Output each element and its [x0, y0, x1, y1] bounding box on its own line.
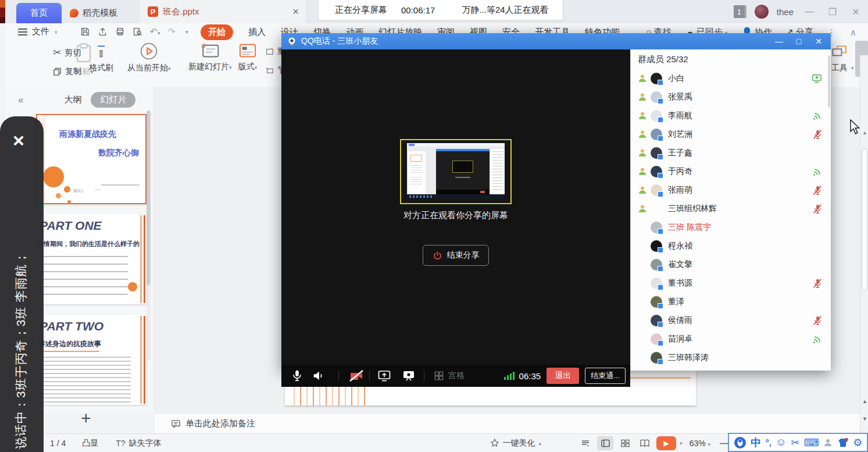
zoom-out-icon[interactable]: — — [720, 439, 728, 448]
main-scrollbar-thumb[interactable] — [862, 148, 867, 291]
tab-close-icon[interactable]: × — [292, 5, 299, 18]
layout-button[interactable]: 版式▾ — [238, 42, 258, 72]
cut-button[interactable]: ✂剪切 — [53, 47, 81, 59]
member-speaking-icon — [812, 166, 823, 177]
share-screen-icon[interactable] — [377, 369, 391, 383]
account-icon[interactable] — [823, 438, 833, 447]
grid-view-label[interactable]: 宫格 — [448, 371, 465, 381]
member-row[interactable]: 王子鑫 — [631, 144, 831, 162]
window-count-badge[interactable]: 1 — [734, 5, 746, 18]
slide-thumbnail-1[interactable]: 雨涤新夏战疫先 数院齐心御 题层云 —— — [36, 114, 147, 204]
scroll-up-icon[interactable]: ▲ — [862, 130, 867, 136]
end-share-button[interactable]: 结束分享 — [423, 245, 489, 266]
tab-outline[interactable]: 大纲 — [64, 94, 81, 105]
member-row[interactable]: 三班组织林辉 — [631, 200, 831, 218]
export-icon[interactable] — [98, 27, 108, 37]
save-icon[interactable] — [80, 27, 90, 37]
collapse-ribbon-icon[interactable]: ∧ — [850, 27, 856, 38]
ribbon-tab-2[interactable]: 插入 — [248, 27, 266, 38]
toolbar-more-icon[interactable]: ▾ — [185, 29, 188, 35]
in-call-person-icon — [638, 204, 651, 213]
qq-minimize-icon[interactable]: — — [770, 37, 788, 46]
qq-maximize-icon[interactable]: □ — [790, 37, 808, 46]
member-row[interactable]: 三班 陈震宇 — [631, 218, 831, 237]
view-notes-icon[interactable] — [577, 436, 594, 450]
speaker-icon[interactable] — [312, 369, 324, 382]
close-icon[interactable]: ✕ — [848, 6, 863, 17]
settings-icon[interactable]: ⚙ — [853, 436, 862, 449]
qq-ime-logo-icon[interactable] — [734, 436, 746, 449]
emoji-icon[interactable]: ☺ — [776, 436, 786, 449]
punctuation-icon[interactable]: °, — [766, 437, 771, 447]
menu-icon[interactable] — [18, 29, 27, 35]
chevron-down-icon[interactable]: ∨ — [54, 29, 58, 35]
beautify-icon — [490, 439, 499, 448]
missing-font-warning[interactable]: 缺失字体 — [129, 438, 162, 449]
user-avatar[interactable] — [755, 5, 769, 19]
microphone-icon[interactable] — [291, 369, 303, 383]
slide-thumbnail-2[interactable]: PART ONE 疫情期间，我们的生活是什么样子的 — [36, 214, 147, 304]
minimize-icon[interactable]: — — [802, 6, 817, 17]
member-row[interactable]: 张雨萌 — [631, 181, 831, 200]
member-row[interactable]: 三班韩泽涛 — [631, 348, 831, 367]
close-speaking-bar-icon[interactable]: × — [13, 130, 24, 150]
tab-slides[interactable]: 幻灯片 — [91, 92, 135, 108]
member-row[interactable]: 于丙奇 — [631, 162, 831, 181]
qq-title-bar[interactable]: QQ电话 - 三班小朋友 — □ ✕ — [281, 33, 831, 49]
play-options-icon[interactable]: ▾ — [680, 440, 683, 446]
tools-button[interactable]: 工具▾ — [831, 63, 854, 73]
member-row[interactable]: 苗润卓 — [631, 330, 831, 348]
view-reading-icon[interactable] — [637, 436, 653, 450]
member-row[interactable]: 董泽 — [631, 293, 831, 311]
slideshow-play-button[interactable]: ▶ — [656, 436, 676, 450]
print-icon[interactable] — [115, 27, 125, 37]
collapse-panel-icon[interactable]: « — [18, 94, 23, 106]
member-row[interactable]: 张景禹 — [631, 88, 831, 106]
thumbnail-scrollbar-thumb[interactable] — [147, 111, 151, 285]
main-scrollbar-track[interactable]: ▲ ▲ ▼ — [860, 55, 868, 439]
play-from-current-button[interactable]: 从当前开始▾ — [127, 42, 171, 73]
whiteboard-icon[interactable] — [402, 369, 416, 383]
slide-thumbnail-3[interactable]: PART TWO 讲述身边的抗疫故事 — [36, 315, 147, 405]
grid-view-icon[interactable] — [433, 370, 445, 382]
beautify-button[interactable]: 一键美化▴ — [490, 438, 542, 449]
member-row[interactable]: 侯倩雨 — [631, 311, 831, 330]
ribbon-tab-1[interactable]: 开始 — [201, 24, 233, 40]
undo-icon[interactable]: ↶▾ — [150, 26, 160, 37]
tab-document[interactable]: P 班会.pptx × — [140, 0, 306, 23]
call-timer: 06:35 — [519, 371, 541, 381]
new-slide-button[interactable]: ※ 新建幻灯片▾ — [188, 42, 232, 72]
end-call-button[interactable]: 结束通... — [585, 368, 626, 384]
redo-icon[interactable]: ↷ — [168, 26, 176, 37]
member-row[interactable]: 刘艺洲 — [631, 125, 831, 144]
chinese-mode-icon[interactable]: 中 — [751, 436, 761, 450]
member-row[interactable]: 李雨航 — [631, 106, 831, 125]
qq-close-icon[interactable]: ✕ — [810, 37, 827, 46]
tab-home[interactable]: 首页 — [16, 3, 62, 23]
tab-docer-templates[interactable]: 稻壳模板 — [65, 3, 136, 23]
next-slide-icon[interactable]: ▼ — [862, 416, 867, 422]
file-menu[interactable]: 文件 — [32, 26, 49, 37]
add-slide-button[interactable]: + — [81, 408, 91, 428]
restore-icon[interactable]: ❐ — [825, 6, 840, 17]
copy-button[interactable]: 复制 — [53, 66, 81, 77]
view-sorter-icon[interactable] — [617, 436, 633, 450]
prev-slide-icon[interactable]: ▲ — [862, 398, 867, 404]
user-name[interactable]: thee — [777, 7, 794, 17]
skin-icon[interactable] — [837, 437, 849, 448]
zoom-level[interactable]: 63% ▾ — [690, 439, 710, 448]
scissors-icon[interactable]: ✂ — [791, 436, 799, 449]
exit-share-button[interactable]: 退出 — [546, 368, 579, 384]
keyboard-icon[interactable]: ⌨ — [804, 436, 819, 449]
member-row[interactable]: 崔文擎 — [631, 255, 831, 274]
merge-shapes-icon[interactable] — [831, 43, 849, 59]
member-row[interactable]: 程永祯 — [631, 237, 831, 255]
camera-off-icon[interactable] — [349, 369, 364, 383]
member-row[interactable]: 小白 — [631, 69, 831, 88]
print-preview-icon[interactable] — [133, 27, 142, 37]
format-painter-button[interactable]: 格式刷 — [89, 42, 113, 73]
view-normal-icon[interactable] — [597, 436, 613, 450]
member-row[interactable]: 董书源 — [631, 274, 831, 293]
notes-bar[interactable]: 单击此处添加备注 — [155, 413, 868, 433]
highlight-toggle[interactable]: 凸显 — [82, 438, 98, 449]
